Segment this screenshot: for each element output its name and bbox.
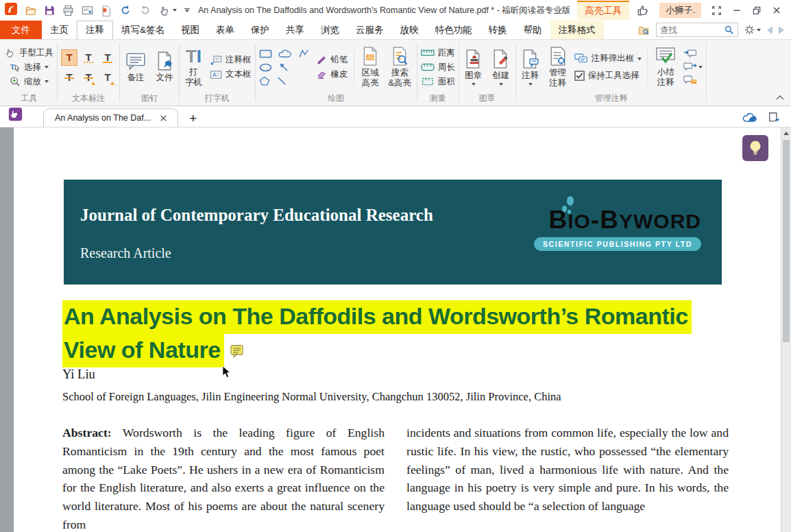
tab-help[interactable]: 帮助 — [515, 21, 550, 39]
print-button[interactable] — [62, 5, 74, 16]
foxit-reader-window: An Analysis on The Daffodils and Wordswo… — [0, 0, 791, 532]
area-ruler-icon — [421, 77, 435, 86]
tab-fill-sign[interactable]: 填写&签名 — [113, 21, 173, 39]
tab-comment[interactable]: 注释 — [77, 21, 113, 39]
settings-gear-button[interactable] — [744, 25, 761, 35]
rectangle-shape-button[interactable] — [259, 49, 272, 58]
measure-distance-button[interactable]: 距离 — [421, 47, 455, 59]
user-account-button[interactable]: 小狮子. — [659, 3, 701, 18]
pdf-page[interactable]: Journal of Contemporary Educational Rese… — [14, 128, 781, 532]
document-tab-active[interactable]: An Analysis on The Daf... — [43, 108, 178, 127]
search-highlight-button[interactable]: 搜索&高亮 — [387, 46, 413, 89]
note-annotation-button[interactable]: 备注 — [123, 51, 148, 84]
tab-features[interactable]: 特色功能 — [427, 21, 480, 39]
undo-button[interactable] — [119, 5, 132, 16]
replace-text-button[interactable]: T — [80, 69, 97, 86]
line-shape-button[interactable] — [276, 76, 287, 86]
tab-convert[interactable]: 转换 — [480, 21, 515, 39]
area-highlight-button[interactable]: 区域高亮 — [360, 46, 381, 89]
keep-tool-selected-checkbox[interactable]: 保持工具选择 — [574, 70, 642, 82]
polyline-shape-button[interactable] — [298, 49, 311, 58]
highlight-text-button[interactable]: T — [61, 49, 77, 66]
select-tool-button[interactable]: T 选择 — [10, 62, 49, 73]
pencil-tool-button[interactable]: 铅笔 — [316, 54, 348, 66]
search-icon[interactable] — [724, 25, 734, 35]
import-comments-button[interactable] — [683, 49, 703, 59]
measure-perimeter-button[interactable]: 周长 — [421, 62, 455, 73]
highlight-tool-button[interactable]: 高亮工具 — [577, 1, 629, 20]
scroll-up-button[interactable] — [781, 128, 791, 139]
comment-note-icon[interactable] — [230, 335, 245, 365]
manage-comments-button[interactable]: 管理注释 — [547, 46, 569, 89]
comment-popup-button[interactable]: 注释弹出框 — [574, 53, 642, 64]
tab-close-button[interactable] — [160, 115, 167, 121]
textbox-button[interactable]: A 文本框 — [210, 69, 252, 80]
ellipse-shape-button[interactable] — [259, 63, 272, 72]
create-stamp-button[interactable]: 创建 — [490, 49, 512, 86]
minimize-button[interactable] — [732, 5, 742, 15]
export-comments-button[interactable] — [683, 62, 703, 72]
vertical-scrollbar[interactable] — [781, 128, 791, 532]
scrollbar-thumb[interactable] — [783, 140, 790, 342]
search-in-folder-icon[interactable] — [637, 25, 650, 36]
cloud-sync-button[interactable] — [742, 112, 757, 123]
collapse-ribbon-button[interactable] — [776, 92, 784, 102]
typewriter-button[interactable]: TI 打字机 — [183, 47, 204, 88]
dropdown-arrow-icon — [499, 83, 503, 86]
insert-text-button[interactable]: T — [99, 69, 116, 86]
highlighted-title-line1[interactable]: An Analysis on The Daffodils and Wordswo… — [62, 300, 692, 334]
tab-slideshow[interactable]: 放映 — [392, 21, 427, 39]
assistant-bulb-button[interactable] — [742, 135, 768, 161]
highlighted-title-line2[interactable]: View of Nature — [62, 334, 224, 367]
zoom-tool-button[interactable]: 缩放 — [10, 76, 49, 88]
new-tab-button[interactable]: + — [189, 112, 197, 125]
email-comments-button[interactable] — [683, 75, 703, 85]
share-hand-icon[interactable] — [637, 4, 649, 16]
save-to-cloud-button[interactable] — [768, 112, 780, 123]
find-input[interactable] — [660, 25, 724, 35]
create-pdf-button[interactable] — [101, 5, 112, 16]
redo-button[interactable] — [139, 5, 151, 16]
dropdown-arrow-icon — [173, 9, 177, 12]
open-file-button[interactable] — [25, 5, 36, 16]
hand-tool-button[interactable]: 手型工具 — [5, 47, 53, 59]
tab-browse[interactable]: 浏览 — [313, 21, 348, 39]
customize-toolbar-button[interactable] — [184, 8, 190, 12]
find-search-box[interactable] — [656, 23, 738, 37]
tab-comment-format[interactable]: 注释格式 — [550, 21, 604, 39]
eraser-tool-button[interactable]: 橡皮 — [316, 69, 348, 80]
typewriter-icon: TI — [186, 47, 202, 65]
save-button[interactable] — [44, 5, 55, 16]
fullscreen-button[interactable] — [711, 5, 722, 16]
foxit-hand-logo — [8, 107, 23, 124]
attach-file-button[interactable]: 文件 — [154, 51, 175, 84]
tab-home[interactable]: 主页 — [42, 21, 77, 39]
tab-share[interactable]: 共享 — [278, 21, 313, 39]
cloud-shape-button[interactable] — [278, 49, 292, 58]
tab-cloud-service[interactable]: 云服务 — [348, 21, 392, 39]
comment-button[interactable]: 注释 — [520, 49, 541, 86]
callout-box-button[interactable]: 注释框 — [210, 54, 252, 66]
hand-tool-quick-button[interactable] — [159, 5, 177, 16]
email-button[interactable] — [82, 5, 93, 16]
strikeout-text-button[interactable]: T — [61, 69, 77, 86]
pentagon-shape-button[interactable] — [259, 76, 270, 86]
tab-view[interactable]: 视图 — [173, 21, 208, 39]
measure-area-button[interactable]: 面积 — [421, 76, 455, 88]
stamp-button[interactable]: 图章 — [463, 49, 485, 86]
tab-file[interactable]: 文件 — [0, 21, 42, 39]
restore-button[interactable] — [752, 5, 762, 15]
tab-form[interactable]: 表单 — [208, 21, 243, 39]
close-button[interactable] — [772, 5, 781, 15]
squiggly-underline-button[interactable]: T — [80, 49, 97, 66]
callout-icon — [210, 55, 222, 66]
back-arrow-icon — [767, 26, 772, 34]
nav-forward-button[interactable] — [779, 26, 784, 34]
dropdown-arrow-icon — [185, 10, 189, 12]
underline-text-button[interactable]: T — [99, 49, 116, 66]
tab-protect[interactable]: 保护 — [243, 21, 278, 39]
nav-back-button[interactable] — [767, 26, 772, 34]
light-bulb-icon — [748, 140, 763, 156]
summarize-comments-button[interactable]: 小结注释 — [653, 47, 678, 88]
arrow-shape-button[interactable] — [278, 62, 289, 72]
